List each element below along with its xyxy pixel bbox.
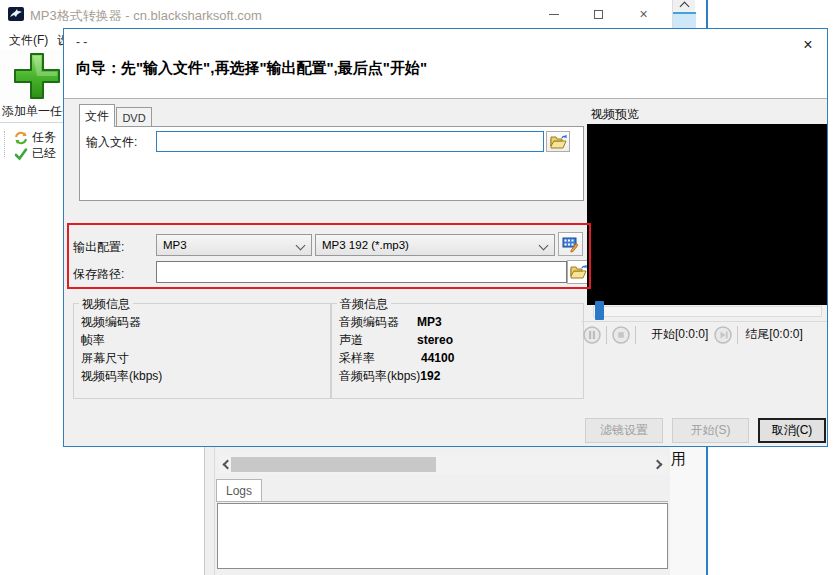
dialog-close-button[interactable]: × — [794, 34, 822, 56]
start-button[interactable]: 开始(S) — [672, 418, 749, 443]
preview-controls: 开始[0:0:0] 结尾[0:0:0] — [581, 321, 827, 347]
menu-file[interactable]: 文件(F) — [9, 32, 48, 49]
info-row: 音频编码器MP3 — [339, 313, 579, 331]
browse-input-button[interactable] — [546, 131, 570, 152]
sync-arrows-icon — [14, 131, 28, 145]
tree-item-finished[interactable]: 已经 — [14, 145, 56, 162]
tree-item-label: 已经 — [32, 145, 56, 162]
open-folder-icon — [550, 135, 567, 149]
scroll-right-icon[interactable] — [653, 460, 663, 470]
divider — [737, 326, 738, 344]
start-time-label: 开始[0:0:0] — [651, 326, 708, 343]
input-file-label: 输入文件: — [86, 134, 137, 151]
app-logo-icon — [8, 6, 24, 22]
maximize-icon — [594, 10, 603, 19]
seek-slider-thumb[interactable] — [595, 301, 604, 320]
minimize-button[interactable] — [531, 0, 576, 28]
dialog-title: - - — [76, 35, 87, 49]
video-info-group: 视频信息 视频编码器 帧率 屏幕尺寸 视频码率(kbps) — [73, 303, 331, 399]
save-path-field[interactable] — [156, 261, 567, 283]
divider — [635, 326, 636, 344]
info-row: 采样率44100 — [339, 349, 579, 367]
info-row: 音频码率(kbps)192 — [339, 367, 579, 385]
set-start-button[interactable] — [714, 326, 732, 344]
close-icon: × — [639, 7, 647, 21]
video-preview-screen — [587, 124, 827, 305]
info-row: 屏幕尺寸 — [81, 349, 326, 367]
tab-dvd[interactable]: DVD — [116, 107, 152, 127]
scrollbar-thumb[interactable] — [231, 457, 436, 472]
save-path-label: 保存路径: — [73, 266, 124, 283]
video-preview-title: 视频预览 — [591, 106, 639, 123]
format-dropdown[interactable]: MP3 — [156, 234, 312, 256]
window-title: MP3格式转换器 - cn.blacksharksoft.com — [30, 7, 262, 25]
chevron-down-icon — [539, 241, 549, 251]
seek-slider[interactable] — [593, 306, 822, 317]
scroll-up-icon — [680, 2, 690, 12]
titlebar: MP3格式转换器 - cn.blacksharksoft.com × — [0, 0, 708, 28]
scrollbar-thumb[interactable] — [673, 12, 696, 28]
input-file-field[interactable] — [156, 131, 544, 152]
video-info-title: 视频信息 — [79, 296, 133, 313]
tab-file[interactable]: 文件 — [79, 104, 115, 127]
tabstrip-line — [216, 501, 668, 502]
audio-info-title: 音频信息 — [337, 296, 391, 313]
close-icon: × — [803, 36, 812, 54]
cancel-button[interactable]: 取消(C) — [758, 418, 826, 443]
partial-background-text: 用 — [671, 450, 686, 469]
logs-tab-label: Logs — [226, 484, 252, 498]
add-task-icon[interactable] — [13, 52, 61, 100]
profile-dropdown[interactable]: MP3 192 (*.mp3) — [315, 234, 555, 256]
info-row: 帧率 — [81, 331, 326, 349]
pause-button[interactable] — [583, 326, 601, 344]
end-time-label: 结尾[0:0:0] — [745, 326, 802, 343]
chevron-down-icon — [296, 241, 306, 251]
tree-item-tasks[interactable]: 任务 — [14, 129, 56, 146]
output-config-label: 输出配置: — [73, 239, 124, 256]
background-vertical-scrollbar[interactable] — [672, 0, 695, 28]
tab-label: 文件 — [85, 108, 109, 125]
wizard-instructions: 向导：先"输入文件",再选择"输出配置",最后点"开始" — [76, 59, 427, 78]
audio-info-group: 音频信息 音频编码器MP3 声道stereo 采样率44100 音频码率(kbp… — [331, 303, 584, 399]
info-row: 视频编码器 — [81, 313, 326, 331]
log-output-box[interactable] — [217, 503, 668, 569]
filter-settings-button[interactable]: 滤镜设置 — [585, 418, 663, 443]
format-value: MP3 — [163, 239, 187, 251]
tab-logs[interactable]: Logs — [216, 479, 262, 502]
info-row: 视频码率(kbps) — [81, 367, 326, 385]
profile-value: MP3 192 (*.mp3) — [322, 239, 409, 251]
tab-label: DVD — [122, 112, 145, 124]
divider — [606, 326, 607, 344]
maximize-button[interactable] — [576, 0, 621, 28]
horizontal-scrollbar[interactable] — [219, 455, 668, 474]
info-row: 声道stereo — [339, 331, 579, 349]
tree-item-label: 任务 — [32, 129, 56, 146]
close-button[interactable]: × — [621, 0, 666, 28]
stop-button[interactable] — [612, 326, 630, 344]
wizard-dialog: - - × 向导：先"输入文件",再选择"输出配置",最后点"开始" 文件 DV… — [63, 28, 828, 447]
green-check-icon — [14, 147, 28, 161]
minimize-icon — [549, 14, 559, 15]
tree-lines — [4, 131, 13, 157]
